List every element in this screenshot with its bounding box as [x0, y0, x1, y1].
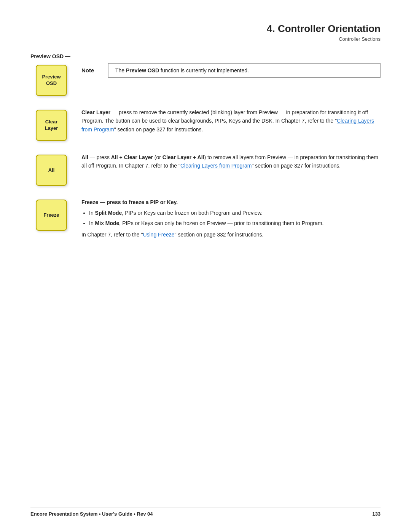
freeze-after-text: In Chapter 7, refer to the "Using Freeze…: [81, 230, 381, 239]
preview-osd-button: PreviewOSD: [36, 65, 67, 96]
section-preview-osd: Preview OSD — PreviewOSD Note The Previe…: [30, 53, 381, 96]
section-clear-layer: ClearLayer Clear Layer — press to remove…: [30, 108, 381, 141]
footer-page-number: 133: [372, 511, 381, 517]
freeze-heading-text: Freeze — press to freeze a PIP or Key.: [81, 198, 381, 206]
all-button-label: All: [48, 167, 55, 174]
all-button: All: [36, 155, 67, 186]
all-link[interactable]: Clearing Layers from Program: [180, 163, 252, 169]
freeze-button-label: Freeze: [43, 212, 59, 219]
preview-osd-heading: Preview OSD —: [30, 53, 381, 59]
clear-layer-button: ClearLayer: [36, 110, 67, 141]
footer-divider: [159, 515, 365, 515]
all-text: All — press All + Clear Layer (or Clear …: [81, 153, 381, 170]
note-box: The Preview OSD function is currently no…: [108, 63, 381, 78]
freeze-bullet-2: In Mix Mode, PIPs or Keys can only be fr…: [89, 219, 381, 227]
freeze-link[interactable]: Using Freeze: [143, 232, 174, 238]
freeze-bullet-1: In Split Mode, PIPs or Keys can be froze…: [89, 209, 381, 217]
freeze-button: Freeze: [36, 200, 67, 231]
section-all: All All — press All + Clear Layer (or Cl…: [30, 153, 381, 186]
clear-layer-text: Clear Layer — press to remove the curren…: [81, 108, 381, 134]
clear-layer-button-label: ClearLayer: [45, 119, 58, 132]
page-title: 4. Controller Orientation: [30, 23, 381, 35]
note-label: Note: [81, 63, 108, 73]
freeze-bullets: In Split Mode, PIPs or Keys can be froze…: [89, 209, 381, 227]
note-section: Note The Preview OSD function is current…: [81, 63, 381, 78]
footer-left-text: Encore Presentation System • User's Guid…: [30, 511, 153, 517]
page-subtitle: Controller Sections: [30, 36, 381, 42]
page-footer: Encore Presentation System • User's Guid…: [30, 508, 381, 517]
section-freeze: Freeze Freeze — press to freeze a PIP or…: [30, 198, 381, 239]
preview-osd-button-label: PreviewOSD: [42, 74, 61, 87]
clear-layer-link[interactable]: Clearing Layers from Program: [81, 118, 374, 132]
